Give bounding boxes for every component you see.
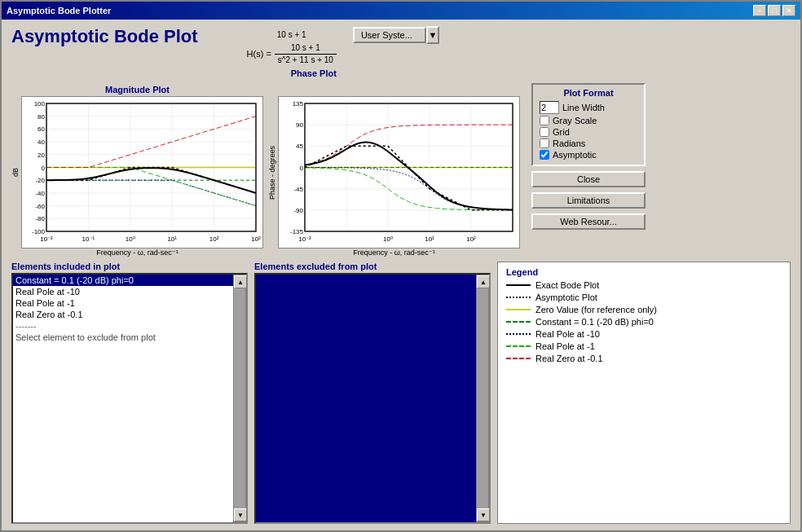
elements-excluded-list-container: ▲ ▼ [254, 273, 491, 524]
elements-excluded-header: Elements excluded from plot [254, 262, 491, 271]
legend-label-6: Real Zero at -0.1 [535, 354, 603, 363]
maximize-button[interactable]: □ [768, 5, 781, 16]
list-hint: Select element to exclude from plot [13, 332, 233, 343]
legend-label-1: Asymptotic Plot [535, 292, 597, 302]
line-width-label: Line Width [562, 103, 605, 112]
gray-scale-row: Gray Scale [540, 116, 637, 125]
legend-line-pole10 [506, 333, 531, 335]
list-divider-1: ------- [13, 320, 233, 332]
tf-fraction: 10 s + 1 s^2 + 11 s + 10 [275, 42, 337, 66]
grid-checkbox[interactable] [540, 127, 549, 137]
top-section: Asymptotic Bode Plot 10 s + 1 H(s) = 10 … [11, 26, 791, 80]
legend-line-zero [506, 309, 531, 310]
list-item-3[interactable]: Real Zero at -0.1 [13, 309, 233, 320]
magnitude-plot-area [21, 96, 263, 248]
tf-den: s^2 + 11 s + 10 [275, 55, 337, 66]
magnitude-plot-with-y: dB [11, 96, 263, 248]
transfer-function: 10 s + 1 H(s) = 10 s + 1 s^2 + 11 s + 10… [247, 29, 337, 80]
scrollbar-down-btn[interactable]: ▼ [234, 508, 247, 521]
phase-plot-with-y: Phase - degrees [268, 96, 520, 248]
list-item-2[interactable]: Real Pole at -1 [13, 297, 233, 309]
legend-item-1: Asymptotic Plot [506, 292, 782, 302]
user-system-button[interactable]: User Syste... [353, 27, 426, 43]
phase-plot-container: Phase Plot Phase - degrees Frequency - ω… [268, 83, 520, 257]
window-title: Asymptotic Bode Plotter [7, 6, 111, 15]
legend-item-4: Real Pole at -10 [506, 329, 782, 339]
scrollbar-track[interactable] [234, 288, 245, 508]
close-button[interactable]: ✕ [782, 5, 795, 16]
elements-excluded-list[interactable] [256, 275, 476, 522]
elements-included-header: Elements included in plot [11, 262, 248, 271]
tf-numerator-text: 10 s + 1 [247, 29, 337, 41]
elements-included-section: Elements included in plot Constant = 0.1… [11, 262, 248, 524]
plots-area: Magnitude Plot dB Frequency - ω, rad-sec… [11, 83, 791, 257]
user-system-dropdown-arrow[interactable]: ▼ [426, 26, 439, 44]
right-panel: Plot Format Line Width Gray Scale Grid [531, 83, 646, 230]
tf-num: 10 s + 1 [275, 42, 337, 55]
magnitude-canvas [22, 97, 262, 248]
elements-excluded-section: Elements excluded from plot ▲ ▼ [254, 262, 491, 524]
radians-label: Radians [553, 138, 585, 148]
legend-item-3: Constant = 0.1 (-20 dB) phi=0 [506, 317, 782, 327]
excluded-scrollbar-up[interactable]: ▲ [477, 275, 490, 288]
line-width-input[interactable] [540, 101, 559, 114]
list-item-0[interactable]: Constant = 0.1 (-20 dB) phi=0 [13, 275, 233, 286]
tf-equation-row: H(s) = 10 s + 1 s^2 + 11 s + 10 [247, 42, 337, 66]
title-bar: Asymptotic Bode Plotter – □ ✕ [2, 2, 800, 20]
included-scrollbar[interactable]: ▲ ▼ [233, 275, 246, 522]
excluded-scrollbar-down[interactable]: ▼ [477, 508, 490, 521]
magnitude-plot-title: Magnitude Plot [105, 83, 170, 96]
close-button-panel[interactable]: Close [531, 171, 646, 187]
list-item-1[interactable]: Real Pole at -10 [13, 286, 233, 297]
phase-x-label: Frequency - ω, rad-sec⁻¹ [353, 248, 435, 257]
legend-line-constant [506, 321, 531, 323]
phase-plot-label: Phase Plot [247, 68, 337, 80]
magnitude-x-label: Frequency - ω, rad-sec⁻¹ [96, 248, 178, 257]
asymptotic-checkbox[interactable] [540, 150, 549, 160]
asymptotic-row: Asymptotic [540, 150, 637, 160]
phase-y-label: Phase - degrees [268, 146, 276, 200]
grid-label: Grid [553, 127, 570, 137]
gray-scale-label: Gray Scale [553, 116, 597, 125]
elements-included-list-container: Constant = 0.1 (-20 dB) phi=0 Real Pole … [11, 273, 248, 524]
legend-label-0: Exact Bode Plot [535, 280, 599, 290]
phase-canvas [279, 97, 519, 248]
magnitude-plot-container: Magnitude Plot dB Frequency - ω, rad-sec… [11, 83, 263, 257]
legend-title: Legend [506, 267, 782, 277]
bottom-section: Elements included in plot Constant = 0.1… [11, 262, 791, 524]
excluded-scrollbar-track[interactable] [477, 288, 488, 508]
plot-format-box: Plot Format Line Width Gray Scale Grid [531, 83, 646, 166]
scrollbar-up-btn[interactable]: ▲ [234, 275, 247, 288]
legend-label-5: Real Pole at -1 [535, 341, 595, 351]
excluded-scrollbar[interactable]: ▲ ▼ [476, 275, 489, 522]
tf-label: H(s) = [247, 48, 271, 60]
magnitude-y-label: dB [11, 168, 20, 177]
line-width-row: Line Width [540, 101, 637, 114]
minimize-button[interactable]: – [753, 5, 766, 16]
legend-line-zero01 [506, 358, 531, 359]
legend-label-3: Constant = 0.1 (-20 dB) phi=0 [535, 317, 654, 327]
limitations-button[interactable]: Limitations [531, 192, 646, 209]
radians-row: Radians [540, 138, 637, 148]
legend-item-5: Real Pole at -1 [506, 341, 782, 351]
legend-item-2: Zero Value (for reference only) [506, 305, 782, 314]
legend-item-0: Exact Bode Plot [506, 280, 782, 290]
user-system-dropdown[interactable]: User Syste... ▼ [353, 26, 439, 44]
legend-line-exact [506, 284, 531, 286]
elements-included-list[interactable]: Constant = 0.1 (-20 dB) phi=0 Real Pole … [13, 275, 233, 522]
legend-item-6: Real Zero at -0.1 [506, 354, 782, 363]
legend-line-asymptotic [506, 297, 531, 298]
phase-plot-area [278, 96, 520, 248]
radians-checkbox[interactable] [540, 138, 549, 148]
main-content: Asymptotic Bode Plot 10 s + 1 H(s) = 10 … [2, 20, 800, 530]
asymptotic-label: Asymptotic [553, 150, 597, 160]
gray-scale-checkbox[interactable] [540, 116, 549, 125]
legend-label-2: Zero Value (for reference only) [535, 305, 657, 314]
legend-line-pole1 [506, 345, 531, 347]
web-resources-button[interactable]: Web Resour... [531, 213, 646, 230]
legend-box: Legend Exact Bode Plot Asymptotic Plot Z… [497, 262, 791, 524]
plot-format-title: Plot Format [540, 88, 637, 98]
main-window: Asymptotic Bode Plotter – □ ✕ Asymptotic… [0, 0, 802, 532]
title-bar-buttons: – □ ✕ [753, 5, 795, 16]
page-title: Asymptotic Bode Plot [11, 26, 198, 47]
